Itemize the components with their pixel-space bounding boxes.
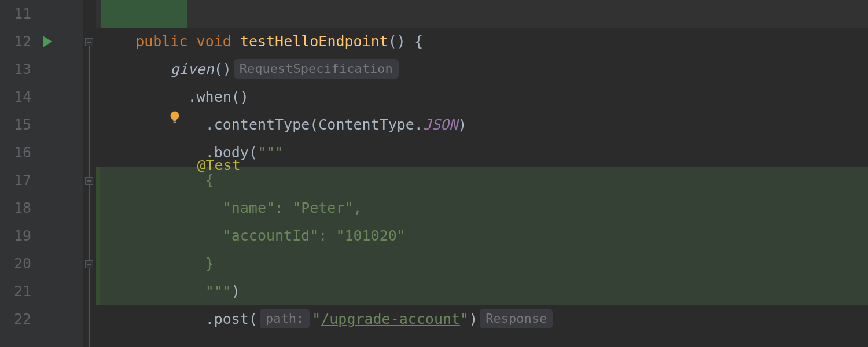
keyword-token: void — [197, 33, 231, 50]
caret-line-highlight — [101, 0, 187, 28]
inlay-hint[interactable]: Response — [480, 309, 553, 328]
code-line[interactable]: given()RequestSpecification — [96, 56, 868, 83]
line-numbers: 11 12 13 14 15 16 17 18 19 20 21 22 — [0, 0, 35, 347]
line-number: 16 — [0, 139, 35, 167]
line-number: 18 — [0, 194, 35, 222]
line-number: 12 — [0, 28, 35, 56]
code-line[interactable]: } — [96, 250, 868, 278]
string-token: """ — [258, 144, 284, 161]
string-token: " — [312, 311, 321, 327]
inlay-hint[interactable]: path: — [260, 309, 310, 328]
string-token: """ — [205, 283, 231, 300]
code-line[interactable]: .post(path:"/upgrade-account")Response — [96, 305, 868, 333]
string-token: } — [205, 255, 214, 272]
line-number: 22 — [0, 305, 35, 333]
string-token: { — [205, 172, 214, 189]
fold-toggle-icon[interactable] — [85, 38, 93, 46]
line-number: 20 — [0, 250, 35, 278]
fold-column — [83, 0, 96, 347]
line-number: 11 — [0, 0, 35, 28]
code-line[interactable]: """) — [96, 278, 868, 305]
constant-token: JSON — [423, 116, 458, 133]
string-token: /upgrade-account — [321, 311, 460, 327]
line-number: 21 — [0, 278, 35, 305]
string-token: "accountId": "101020" — [223, 227, 406, 244]
code-line[interactable]: public void testHelloEndpoint() { — [96, 28, 868, 56]
line-number: 19 — [0, 222, 35, 250]
code-line[interactable]: .contentType(ContentType.JSON) — [96, 111, 868, 139]
line-number: 17 — [0, 167, 35, 194]
line-number: 13 — [0, 56, 35, 83]
fold-toggle-icon[interactable] — [85, 177, 93, 185]
code-area[interactable]: @Test public void testHelloEndpoint() { … — [96, 0, 868, 347]
line-number: 15 — [0, 111, 35, 139]
code-line[interactable]: .when() — [96, 83, 868, 111]
keyword-token: public — [135, 33, 187, 50]
code-line[interactable]: "accountId": "101020" — [96, 222, 868, 250]
inlay-hint[interactable]: RequestSpecification — [234, 59, 399, 79]
line-number: 14 — [0, 83, 35, 111]
fold-toggle-icon[interactable] — [85, 260, 93, 268]
string-token: "name": "Peter", — [223, 200, 362, 216]
gutter: 11 12 13 14 15 16 17 18 19 20 21 22 — [0, 0, 83, 347]
string-token: " — [460, 311, 469, 327]
code-line[interactable]: "name": "Peter", — [96, 194, 868, 222]
run-test-icon[interactable] — [43, 36, 52, 47]
code-editor: 11 12 13 14 15 16 17 18 19 20 21 22 — [0, 0, 868, 347]
code-line[interactable]: @Test — [96, 0, 868, 28]
method-call-token: given — [170, 61, 214, 77]
method-name-token: testHelloEndpoint — [240, 33, 388, 50]
gutter-icons — [37, 0, 58, 347]
